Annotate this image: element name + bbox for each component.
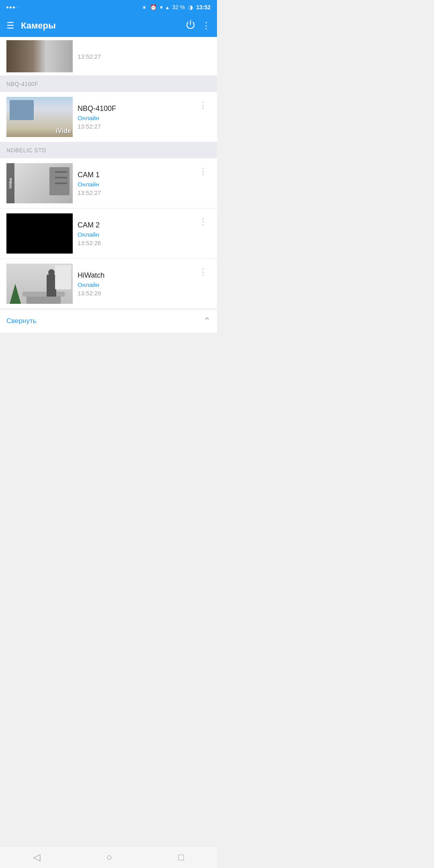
camera-status-cam1: Онлайн [78,181,190,188]
group-name-nobelic: NOBELIC STD [6,147,46,154]
dot3 [13,6,15,8]
camera-info-nbq: NBQ-4100F Онлайн 13:52:27 [78,104,190,130]
toolbar-actions: ⋮ [186,20,211,32]
partial-camera-thumb [6,40,73,72]
collapse-bar[interactable]: Свернуть ⌃ [0,309,217,333]
camera-time-hiwatch: 13:52:29 [78,290,190,297]
status-right-group: ∗ ⏰ ▾ ▴ 32 % ◑ 13:52 [142,4,211,10]
wifi-icon: ▾ [160,4,163,10]
group-name-nbq: NBQ-4100F [6,81,38,87]
signal-dots: · [17,4,18,10]
camera-more-cam1[interactable]: ⋮ [195,163,211,180]
camera-info-cam2: CAM 2 Онлайн 13:52:26 [78,221,190,246]
nbq-overlay-text: iVide [56,127,71,135]
group-header-nobelic: NOBELIC STD [0,142,217,158]
toolbar: ☰ Камеры ⋮ [0,14,217,37]
nbq-thumb-image: iVide [6,97,73,137]
chevron-up-icon: ⌃ [203,316,211,326]
camera-item-hiwatch[interactable]: HiWatch Онлайн 13:52:29 ⋮ [0,259,217,309]
bluetooth-icon: ∗ [142,4,147,10]
camera-info-hiwatch: HiWatch Онлайн 13:52:29 [78,271,190,297]
camera-status-hiwatch: Онлайн [78,281,190,288]
camera-item-cam1[interactable]: iVidea CAM 1 Онлайн 13:52:27 ⋮ [0,158,217,209]
camera-thumbnail-cam2 [6,213,73,254]
more-options-button[interactable]: ⋮ [202,20,211,31]
camera-more-nbq[interactable]: ⋮ [195,97,211,114]
dot2 [10,6,12,8]
cam2-thumb-image [6,213,73,254]
camera-thumbnail-hiwatch [6,264,73,304]
camera-name-cam1: CAM 1 [78,171,190,179]
group-header-nbq: NBQ-4100F [0,76,217,92]
camera-status-cam2: Онлайн [78,231,190,238]
camera-name-hiwatch: HiWatch [78,271,190,280]
camera-item-cam2[interactable]: CAM 2 Онлайн 13:52:26 ⋮ [0,209,217,259]
dot1 [6,6,8,8]
camera-more-cam2[interactable]: ⋮ [195,213,211,230]
camera-thumbnail-cam1: iVidea [6,163,73,203]
status-signal: · [6,4,18,10]
clock: 13:52 [196,4,211,10]
camera-time-nbq: 13:52:27 [78,123,190,130]
signal-icon: ▴ [166,4,169,10]
camera-thumbnail-nbq: iVide [6,97,73,137]
collapse-label: Свернуть [6,317,37,325]
menu-icon[interactable]: ☰ [6,20,14,31]
camera-time-cam2: 13:52:26 [78,240,190,246]
battery-percent: 32 % [172,4,185,10]
hiwatch-thumb-image [6,264,73,304]
cam1-side-label: iVidea [8,178,12,188]
camera-name-cam2: CAM 2 [78,221,190,229]
camera-status-nbq: Онлайн [78,115,190,121]
partial-camera-item: 13:52:27 [0,37,217,76]
cam1-thumb-image: iVidea [6,163,73,203]
status-bar: · ∗ ⏰ ▾ ▴ 32 % ◑ 13:52 [0,0,217,14]
power-button[interactable] [186,20,195,32]
camera-name-nbq: NBQ-4100F [78,104,190,113]
battery-icon: ◑ [188,4,193,10]
camera-more-hiwatch[interactable]: ⋮ [195,264,211,280]
alarm-icon: ⏰ [150,4,157,10]
camera-item-nbq[interactable]: iVide NBQ-4100F Онлайн 13:52:27 ⋮ [0,92,217,142]
partial-camera-time: 13:52:27 [78,53,101,60]
camera-time-cam1: 13:52:27 [78,189,190,196]
page-title: Камеры [21,20,179,31]
camera-info-cam1: CAM 1 Онлайн 13:52:27 [78,171,190,196]
partial-thumb-image [6,40,73,72]
